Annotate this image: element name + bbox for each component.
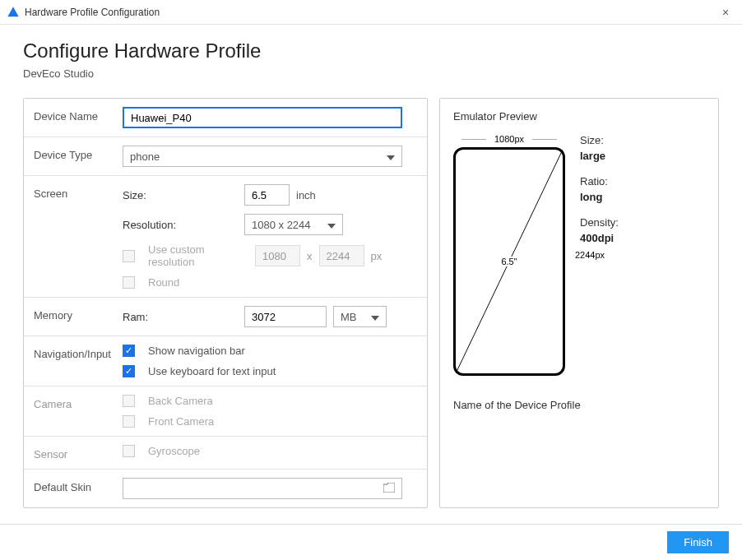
screen-res-value: 1080 x 2244	[252, 219, 311, 231]
gyro-label: Gyroscope	[148, 445, 263, 457]
memory-label: Memory	[34, 306, 123, 322]
spec-density-key: Density:	[580, 216, 619, 229]
front-camera-label: Front Camera	[148, 415, 263, 428]
ram-unit-value: MB	[341, 311, 357, 323]
navbar-checkbox[interactable]: ✓	[123, 345, 135, 357]
ram-input[interactable]	[244, 306, 327, 327]
window-title: Hardware Profile Configuration	[25, 7, 716, 18]
keyboard-checkbox[interactable]: ✓	[123, 365, 135, 377]
preview-footer: Name of the Device Profile	[453, 399, 705, 411]
chevron-down-icon	[327, 219, 336, 231]
row-device-name: Device Name	[24, 99, 427, 137]
titlebar: Hardware Profile Configuration ×	[0, 0, 742, 25]
ram-label: Ram:	[123, 311, 238, 323]
device-name-label: Device Name	[34, 107, 123, 123]
spec-ratio-key: Ratio:	[580, 175, 619, 187]
device-preview: 1080px 6.5" 2244px	[453, 134, 565, 376]
custom-res-label: Use custom resolution	[148, 243, 248, 268]
navbar-label: Show navigation bar	[148, 345, 245, 357]
dialog-footer: Finish	[0, 524, 742, 560]
row-memory: Memory Ram: MB	[24, 298, 427, 336]
row-device-type: Device Type phone	[24, 137, 427, 176]
custom-res-width-input	[255, 245, 300, 266]
close-icon[interactable]: ×	[716, 6, 735, 19]
preview-diag-label: 6.5"	[499, 257, 518, 266]
preview-title: Emulator Preview	[453, 110, 705, 123]
finish-button[interactable]: Finish	[667, 531, 729, 553]
form-panel: Device Name Device Type phone Screen	[23, 98, 428, 508]
page-title: Configure Hardware Profile	[23, 39, 719, 62]
keyboard-label: Use keyboard for text input	[148, 365, 276, 377]
screen-size-input[interactable]	[244, 184, 290, 206]
chevron-down-icon	[371, 311, 379, 323]
screen-size-label: Size:	[123, 189, 238, 201]
gyro-checkbox[interactable]	[123, 445, 135, 457]
sensor-label: Sensor	[34, 445, 123, 460]
round-label: Round	[148, 276, 263, 289]
custom-res-unit: px	[371, 250, 383, 262]
page-subtitle: DevEco Studio	[23, 67, 719, 80]
screen-res-select[interactable]: 1080 x 2244	[244, 214, 343, 235]
back-camera-checkbox[interactable]	[123, 395, 135, 407]
device-type-label: Device Type	[34, 146, 123, 161]
back-camera-label: Back Camera	[148, 395, 263, 407]
device-type-value: phone	[130, 150, 160, 163]
skin-label: Default Skin	[34, 478, 123, 493]
folder-icon[interactable]	[383, 483, 395, 495]
custom-res-sep: x	[307, 250, 313, 262]
round-checkbox[interactable]	[123, 276, 135, 289]
custom-res-height-input	[319, 245, 364, 266]
screen-size-unit: inch	[296, 189, 316, 201]
app-logo-icon	[7, 6, 20, 19]
row-sensor: Sensor Gyroscope	[24, 437, 427, 470]
chevron-down-icon	[387, 150, 395, 163]
spec-size-value: large	[580, 150, 619, 162]
skin-input[interactable]	[123, 478, 402, 499]
device-name-input[interactable]	[123, 107, 402, 128]
preview-panel: Emulator Preview 1080px 6.5" 2244px Size…	[439, 98, 719, 508]
front-camera-checkbox[interactable]	[123, 415, 135, 428]
row-camera: Camera Back Camera Front Camera	[24, 386, 427, 437]
row-screen: Screen Size: inch Resolution: 1080 x 224…	[24, 176, 427, 298]
nav-label: Navigation/Input	[34, 345, 123, 360]
ram-unit-select[interactable]: MB	[333, 306, 387, 327]
row-nav: Navigation/Input ✓ Show navigation bar ✓…	[24, 336, 427, 386]
custom-res-checkbox[interactable]	[123, 250, 135, 262]
spec-ratio-value: long	[580, 191, 619, 203]
camera-label: Camera	[34, 395, 123, 410]
preview-width-label: 1080px	[453, 134, 565, 144]
row-skin: Default Skin	[24, 470, 427, 507]
spec-size-key: Size:	[580, 134, 619, 146]
spec-density-value: 400dpi	[580, 232, 619, 244]
screen-label: Screen	[34, 184, 123, 200]
preview-height-label: 2244px	[575, 250, 605, 260]
device-type-select[interactable]: phone	[123, 146, 402, 167]
screen-res-label: Resolution:	[123, 219, 238, 231]
